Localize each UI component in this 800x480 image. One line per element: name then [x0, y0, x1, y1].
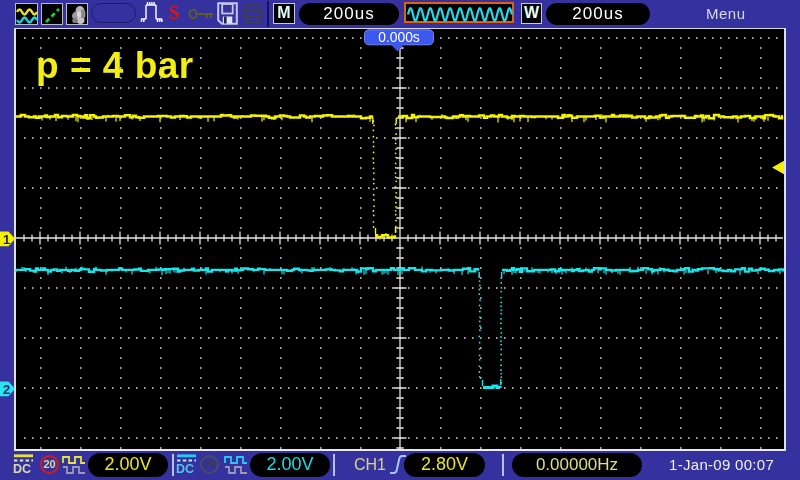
svg-text:0.000s: 0.000s [378, 30, 420, 45]
svg-text:1: 1 [3, 232, 10, 247]
svg-text:DC: DC [13, 462, 31, 474]
svg-text:2: 2 [3, 382, 10, 397]
svg-text:DC: DC [176, 462, 194, 474]
